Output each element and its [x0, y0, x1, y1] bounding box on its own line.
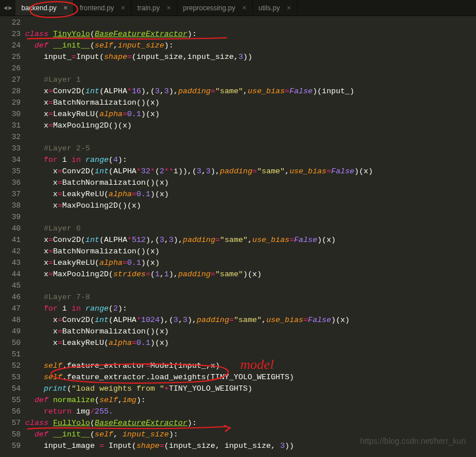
line-number: 28	[0, 86, 21, 97]
line-number: 46	[0, 292, 21, 303]
line-number: 39	[0, 212, 21, 223]
line-number: 27	[0, 74, 21, 86]
code-line: def normalize(self,img):	[25, 395, 476, 406]
line-number: 53	[0, 372, 21, 383]
line-number: 45	[0, 280, 21, 292]
close-icon[interactable]: ×	[166, 4, 171, 11]
line-number: 48	[0, 315, 21, 326]
line-number: 36	[0, 177, 21, 189]
code-line: x=LeakyReLU(alpha=0.1)(x)	[25, 337, 476, 349]
line-number: 31	[0, 120, 21, 132]
code-line: #Layer 7-8	[25, 292, 476, 303]
code-line: x=Conv2D(int(ALPHA*1024),(3,3),padding="…	[25, 315, 476, 326]
code-line: x=MaxPooling2D(strides=(1,1),padding="sa…	[25, 269, 476, 280]
line-number: 59	[0, 440, 21, 452]
line-number: 58	[0, 429, 21, 440]
line-number: 50	[0, 337, 21, 349]
code-line: class TinyYolo(BaseFeatureExtractor):	[25, 29, 476, 40]
tab-preprocessing-py[interactable]: preprocessing.py×	[177, 0, 253, 15]
line-number: 30	[0, 109, 21, 120]
line-number: 29	[0, 97, 21, 109]
line-number: 44	[0, 269, 21, 280]
tab-label: train.py	[137, 4, 160, 12]
line-number: 32	[0, 132, 21, 143]
line-number: 24	[0, 40, 21, 51]
tab-frontend-py[interactable]: frontend.py×	[74, 0, 132, 15]
editor: 2223242526272829303132333435363738394041…	[0, 16, 476, 457]
code-line: #Layer 6	[25, 223, 476, 235]
code-line: print("load weights from "+TINY_YOLO_WEI…	[25, 383, 476, 395]
code-line: x=MaxPooling2D()(x)	[25, 120, 476, 132]
nav-next-icon[interactable]: ▶	[9, 4, 13, 11]
code-line: x=Conv2D(int(ALPHA*32*(2**i)),(3,3),padd…	[25, 166, 476, 177]
line-number: 23	[0, 29, 21, 40]
line-number: 56	[0, 406, 21, 418]
line-number: 42	[0, 246, 21, 257]
code-line: def __init__(self, input_size):	[25, 429, 476, 440]
code-line	[25, 212, 476, 223]
line-number: 52	[0, 360, 21, 372]
code-line: x=Conv2D(int(ALPHA*16),(3,3),padding="sa…	[25, 86, 476, 97]
code-line: input_image = Input(shape=(input_size, i…	[25, 440, 476, 452]
line-number: 33	[0, 143, 21, 154]
line-number: 41	[0, 235, 21, 246]
tab-label: frontend.py	[80, 4, 114, 12]
code-line: #Layer 1	[25, 74, 476, 86]
nav-prev-icon[interactable]: ◀	[3, 4, 7, 11]
code-line: x=BatchNormalization()(x)	[25, 326, 476, 337]
code-line: x=BatchNormalization()(x)	[25, 246, 476, 257]
line-number: 54	[0, 383, 21, 395]
code-area[interactable]: class TinyYolo(BaseFeatureExtractor): de…	[25, 16, 476, 457]
line-number: 47	[0, 303, 21, 315]
close-icon[interactable]: ×	[242, 4, 247, 11]
code-line: for i in range(4):	[25, 154, 476, 166]
close-icon[interactable]: ×	[64, 4, 68, 11]
code-line	[25, 63, 476, 74]
line-number: 35	[0, 166, 21, 177]
code-line: self.feature_extractor.load_weights(TINY…	[25, 372, 476, 383]
tab-backend-py[interactable]: backend.py×	[15, 0, 74, 15]
code-line: x=LeakyReLU(alpha=0.1)(x)	[25, 189, 476, 200]
line-number: 37	[0, 189, 21, 200]
code-line: x=BatchNormalization()(x)	[25, 177, 476, 189]
nav-arrows: ◀ ▶	[0, 0, 15, 15]
code-line: return img/255.	[25, 406, 476, 418]
line-number: 57	[0, 418, 21, 429]
code-line	[25, 17, 476, 29]
line-number: 38	[0, 200, 21, 212]
code-line: x=BatchNormalization()(x)	[25, 97, 476, 109]
code-line: x=LeakyReLU(alpha=0.1)(x)	[25, 257, 476, 269]
code-line	[25, 132, 476, 143]
close-icon[interactable]: ×	[287, 4, 291, 11]
line-number: 25	[0, 51, 21, 63]
code-line: x=Conv2D(int(ALPHA*512),(3,3),padding="s…	[25, 235, 476, 246]
code-line: self.feature_extractor=Model(input_,x)	[25, 360, 476, 372]
code-line: input_=Input(shape=(input_size,input_siz…	[25, 51, 476, 63]
code-line: class FullYolo(BaseFeatureExtractor):	[25, 418, 476, 429]
line-number: 55	[0, 395, 21, 406]
tab-label: backend.py	[21, 4, 56, 12]
line-number: 22	[0, 17, 21, 29]
code-line: x=LeakyReLU(alpha=0.1)(x)	[25, 109, 476, 120]
close-icon[interactable]: ×	[121, 4, 125, 11]
code-line	[25, 280, 476, 292]
code-line: for i in range(2):	[25, 303, 476, 315]
line-number: 26	[0, 63, 21, 74]
line-number: 49	[0, 326, 21, 337]
code-line	[25, 349, 476, 360]
line-number: 51	[0, 349, 21, 360]
line-number: 34	[0, 154, 21, 166]
code-line: x=MaxPooling2D()(x)	[25, 200, 476, 212]
tab-bar: ◀ ▶ backend.py×frontend.py×train.py×prep…	[0, 0, 476, 16]
line-number-gutter: 2223242526272829303132333435363738394041…	[0, 16, 25, 457]
tab-label: utils.py	[259, 4, 280, 12]
tabs-container: backend.py×frontend.py×train.py×preproce…	[15, 0, 298, 15]
tab-train-py[interactable]: train.py×	[132, 0, 177, 15]
tab-utils-py[interactable]: utils.py×	[253, 0, 298, 15]
tab-label: preprocessing.py	[183, 4, 235, 12]
code-line: def __init__(self,input_size):	[25, 40, 476, 51]
line-number: 40	[0, 223, 21, 235]
code-line: #Layer 2-5	[25, 143, 476, 154]
line-number: 43	[0, 257, 21, 269]
